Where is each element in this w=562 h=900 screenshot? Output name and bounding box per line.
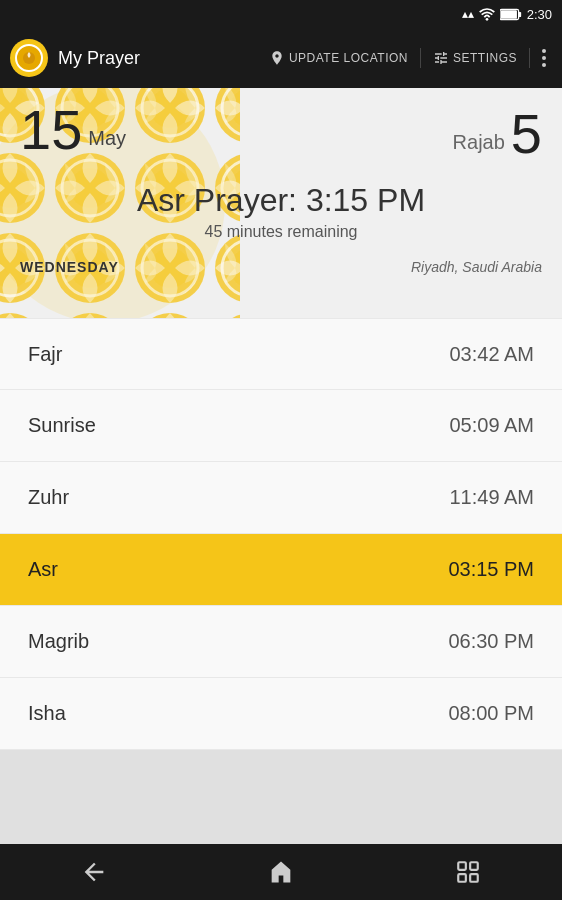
nav-bar xyxy=(0,844,562,900)
day-number: 15 xyxy=(20,102,82,158)
svg-rect-12 xyxy=(470,862,478,870)
wifi-signal-icon xyxy=(479,7,495,21)
prayer-time-magrib: 06:30 PM xyxy=(448,630,534,653)
prayer-time-zuhr: 11:49 AM xyxy=(449,486,534,509)
settings-label: SETTINGS xyxy=(453,51,517,65)
time-display: 2:30 xyxy=(527,7,552,22)
more-dot-3 xyxy=(542,63,546,67)
update-location-button[interactable]: UPDATE LOCATION xyxy=(263,46,414,70)
location-display: Riyadh, Saudi Arabia xyxy=(411,259,542,275)
prayer-time-asr: 03:15 PM xyxy=(448,558,534,581)
recent-apps-button[interactable] xyxy=(438,852,498,892)
recent-apps-icon xyxy=(455,859,481,885)
svg-point-0 xyxy=(485,18,488,21)
prayer-name-isha: Isha xyxy=(28,702,66,725)
app-bar-actions: UPDATE LOCATION SETTINGS xyxy=(263,45,552,71)
app-bar: My Prayer UPDATE LOCATION SETTINGS xyxy=(0,28,562,88)
prayer-row[interactable]: Fajr03:42 AM xyxy=(0,318,562,390)
status-bar: ▴▴ 2:30 xyxy=(0,0,562,28)
back-icon xyxy=(80,858,108,886)
svg-rect-3 xyxy=(518,11,521,16)
update-location-label: UPDATE LOCATION xyxy=(289,51,408,65)
home-icon xyxy=(267,858,295,886)
prayer-name-fajr: Fajr xyxy=(28,343,62,366)
battery-icon xyxy=(500,8,522,21)
app-logo xyxy=(10,39,48,77)
prayer-row[interactable]: Asr03:15 PM xyxy=(0,534,562,606)
app-title: My Prayer xyxy=(58,48,253,69)
current-prayer-name: Asr Prayer: 3:15 PM xyxy=(20,182,542,219)
prayer-time-isha: 08:00 PM xyxy=(448,702,534,725)
month-name: May xyxy=(88,127,126,150)
weekday-label: WEDNESDAY xyxy=(20,259,119,275)
settings-icon xyxy=(433,50,449,66)
prayer-time-fajr: 03:42 AM xyxy=(449,343,534,366)
prayer-name-asr: Asr xyxy=(28,558,58,581)
remaining-time: 45 minutes remaining xyxy=(20,223,542,241)
action-divider xyxy=(420,48,421,68)
status-icons: ▴▴ 2:30 xyxy=(462,7,552,22)
more-dot-1 xyxy=(542,49,546,53)
app-logo-inner xyxy=(15,44,43,72)
prayer-row[interactable]: Sunrise05:09 AM xyxy=(0,390,562,462)
islamic-date: Rajab 5 xyxy=(453,106,542,162)
location-row: WEDNESDAY Riyadh, Saudi Arabia xyxy=(0,251,562,275)
home-button[interactable] xyxy=(251,852,311,892)
svg-rect-2 xyxy=(501,10,517,18)
back-button[interactable] xyxy=(64,852,124,892)
more-button[interactable] xyxy=(536,45,552,71)
prayer-row[interactable]: Zuhr11:49 AM xyxy=(0,462,562,534)
settings-button[interactable]: SETTINGS xyxy=(427,46,523,70)
gregorian-date: 15 May xyxy=(20,102,126,158)
prayer-time-sunrise: 05:09 AM xyxy=(449,414,534,437)
prayer-row[interactable]: Magrib06:30 PM xyxy=(0,606,562,678)
prayer-row[interactable]: Isha08:00 PM xyxy=(0,678,562,750)
svg-rect-11 xyxy=(459,862,467,870)
islamic-day-number: 5 xyxy=(511,106,542,162)
hero-content: 15 May Rajab 5 Asr Prayer: 3:15 PM 45 mi… xyxy=(0,88,562,251)
logo-icon xyxy=(20,49,38,67)
more-dot-2 xyxy=(542,56,546,60)
location-icon xyxy=(269,50,285,66)
current-prayer-info: Asr Prayer: 3:15 PM 45 minutes remaining xyxy=(20,182,542,241)
action-divider2 xyxy=(529,48,530,68)
date-row: 15 May Rajab 5 xyxy=(20,102,542,162)
prayer-name-sunrise: Sunrise xyxy=(28,414,96,437)
hero-section: 15 May Rajab 5 Asr Prayer: 3:15 PM 45 mi… xyxy=(0,88,562,318)
svg-rect-14 xyxy=(470,874,478,882)
svg-rect-13 xyxy=(459,874,467,882)
prayer-name-magrib: Magrib xyxy=(28,630,89,653)
islamic-month-label: Rajab xyxy=(453,131,505,154)
wifi-icon: ▴▴ xyxy=(462,7,474,21)
prayer-name-zuhr: Zuhr xyxy=(28,486,69,509)
prayer-list: Fajr03:42 AMSunrise05:09 AMZuhr11:49 AMA… xyxy=(0,318,562,750)
